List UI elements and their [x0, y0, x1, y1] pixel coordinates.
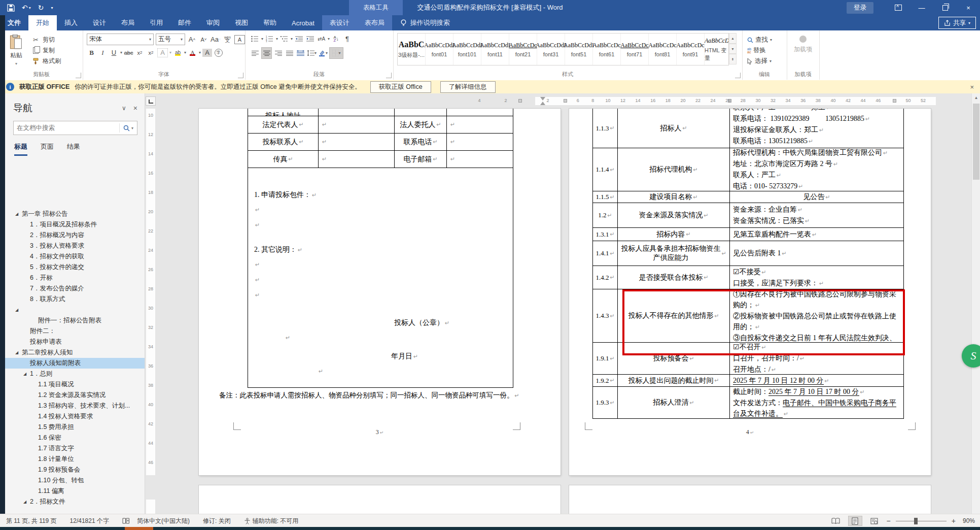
- vertical-ruler[interactable]: 10121416182022242628303234363840424446: [146, 109, 156, 514]
- align-right-button[interactable]: [273, 48, 283, 58]
- scrollbar-thumb[interactable]: [973, 104, 979, 180]
- shrink-font-button[interactable]: A˅: [199, 34, 208, 45]
- nav-item[interactable]: 1.4 投标人资格要求: [5, 411, 145, 422]
- page-indicator[interactable]: 第 11 页, 共 119 页: [6, 517, 57, 525]
- grow-font-button[interactable]: A˄: [187, 34, 197, 45]
- customize-qat-icon[interactable]: ▾: [51, 6, 53, 10]
- nav-item[interactable]: 4．招标文件的获取: [5, 251, 145, 262]
- font-name-combo[interactable]: 宋体▾: [87, 34, 154, 45]
- spellcheck-icon[interactable]: [122, 517, 130, 524]
- get-office-button[interactable]: 获取正版 Office: [370, 81, 431, 93]
- signin-button[interactable]: 登录: [847, 2, 873, 14]
- paragraph-dialog-launcher[interactable]: [386, 73, 392, 78]
- styles-scroll-up[interactable]: ▲: [729, 33, 737, 44]
- tab-设计[interactable]: 设计: [85, 15, 114, 30]
- tellme-search[interactable]: 操作说明搜索: [392, 15, 458, 30]
- styles-dialog-launcher[interactable]: [735, 73, 741, 78]
- nav-item[interactable]: 1．项目概况及招标条件: [5, 219, 145, 230]
- ribbon-display-options-icon[interactable]: [887, 0, 910, 15]
- tab-表布局[interactable]: 表布局: [357, 15, 392, 30]
- nav-item[interactable]: 1.5 费用承担: [5, 422, 145, 433]
- nav-item[interactable]: ◢第二章投标人须知: [5, 347, 145, 358]
- show-marks-button[interactable]: ¶: [342, 34, 352, 44]
- zoom-slider[interactable]: [896, 521, 947, 521]
- accessibility-indicator[interactable]: 辅助功能: 不可用: [244, 517, 299, 525]
- bold-button[interactable]: B: [87, 47, 96, 58]
- undo-icon[interactable]: ↶▾: [22, 4, 31, 12]
- nav-item[interactable]: 2．招标概况与内容: [5, 230, 145, 241]
- nav-item[interactable]: 6．开标: [5, 273, 145, 283]
- numbering-button[interactable]: 123: [265, 34, 274, 44]
- tab-邮件[interactable]: 邮件: [170, 15, 199, 30]
- close-button[interactable]: ×: [957, 0, 980, 15]
- highlight-button[interactable]: ab: [173, 47, 183, 58]
- multilevel-list-button[interactable]: [279, 34, 289, 44]
- find-button[interactable]: 查找▾: [747, 35, 772, 45]
- document-page-3[interactable]: 投标人地址 法定代表人↵ ↵ 法人委托人↵ ↵ 投标联系人↵ ↵ 联系电话↵ ↵…: [199, 109, 561, 475]
- style-item[interactable]: AaBbCcDdIfont01: [426, 34, 453, 65]
- read-mode-button[interactable]: [829, 516, 843, 526]
- web-layout-button[interactable]: [867, 516, 882, 526]
- distribute-button[interactable]: [296, 48, 305, 58]
- nav-item[interactable]: 投标申请表: [5, 337, 145, 347]
- zoom-in-button[interactable]: +: [952, 517, 956, 525]
- style-item[interactable]: AaBbCcDcfont21: [509, 34, 537, 65]
- replace-button[interactable]: abac 替换: [747, 45, 772, 56]
- cut-button[interactable]: ✂剪切: [31, 35, 61, 45]
- nav-item[interactable]: 3．投标人资格要求: [5, 241, 145, 251]
- sort-button[interactable]: AZ↓: [331, 34, 341, 44]
- nav-item[interactable]: ◢2．招标文件: [5, 496, 145, 507]
- nav-item[interactable]: 投标人须知前附表: [5, 358, 145, 369]
- nav-item[interactable]: 5．投标文件的递交: [5, 262, 145, 273]
- character-border-button[interactable]: A: [234, 35, 245, 44]
- style-item[interactable]: AaBbCcDcfont71: [621, 34, 649, 65]
- superscript-button[interactable]: x2: [146, 47, 156, 58]
- addins-button[interactable]: 加载项: [794, 46, 812, 53]
- font-color-button[interactable]: A: [188, 47, 197, 58]
- tab-帮助[interactable]: 帮助: [256, 15, 284, 30]
- table-column-marker[interactable]: [564, 99, 567, 103]
- restore-button[interactable]: [933, 0, 957, 15]
- style-item[interactable]: AaBbCcDcfont91: [677, 34, 705, 65]
- increase-indent-button[interactable]: [305, 34, 315, 44]
- format-painter-button[interactable]: 格式刷: [31, 56, 61, 67]
- tab-布局[interactable]: 布局: [114, 15, 142, 30]
- license-close-icon[interactable]: ×: [970, 83, 974, 91]
- tab-Acrobat[interactable]: Acrobat: [284, 15, 322, 30]
- nav-item[interactable]: ◢1．总则: [5, 369, 145, 379]
- share-button[interactable]: 共享▾: [938, 17, 976, 29]
- underline-button[interactable]: U: [109, 47, 119, 58]
- nav-item[interactable]: 1.3 招标内容、技术要求、计划...: [5, 401, 145, 411]
- learn-more-button[interactable]: 了解详细信息: [440, 81, 496, 93]
- select-button[interactable]: 选择▾: [747, 56, 772, 67]
- nav-item[interactable]: ◢: [5, 305, 145, 315]
- borders-button[interactable]: ▾: [329, 47, 343, 59]
- copy-button[interactable]: 复制: [31, 45, 61, 56]
- nav-tab-headings[interactable]: 标题: [14, 142, 27, 156]
- table-column-marker[interactable]: [518, 99, 522, 103]
- style-item[interactable]: AaBbCcDcfont61: [593, 34, 621, 65]
- zoom-level[interactable]: 90%: [963, 517, 975, 524]
- tab-视图[interactable]: 视图: [227, 15, 256, 30]
- nav-search-box[interactable]: ▾: [13, 121, 137, 135]
- align-center-button[interactable]: [261, 47, 272, 59]
- font-dialog-launcher[interactable]: [238, 73, 243, 78]
- nav-item[interactable]: 8．联系方式: [5, 294, 145, 305]
- nav-item[interactable]: 1.1 项目概况: [5, 379, 145, 390]
- search-icon[interactable]: [123, 125, 130, 131]
- style-item[interactable]: AaBbCcDdIfont11: [481, 34, 509, 65]
- justify-button[interactable]: [285, 48, 294, 58]
- scroll-up-icon[interactable]: ▲: [972, 93, 980, 102]
- tab-审阅[interactable]: 审阅: [199, 15, 227, 30]
- style-item[interactable]: AaBbCcDdIfont101: [453, 34, 481, 65]
- phonetic-guide-button[interactable]: wén文: [223, 34, 232, 45]
- nav-item[interactable]: 1.2 资金来源及落实情况: [5, 390, 145, 401]
- align-left-button[interactable]: [250, 48, 260, 58]
- tab-引用[interactable]: 引用: [142, 15, 170, 30]
- table-column-marker[interactable]: [893, 99, 896, 103]
- document-page-4[interactable]: 1.1.3↵招标人↵联系人：严工 郑工↵联系电话： 13910229389 13…: [569, 109, 931, 475]
- zoom-slider-thumb[interactable]: [914, 518, 918, 524]
- nav-tab-results[interactable]: 结果: [67, 142, 80, 156]
- nav-item[interactable]: 1.6 保密: [5, 433, 145, 443]
- save-icon[interactable]: [7, 4, 15, 12]
